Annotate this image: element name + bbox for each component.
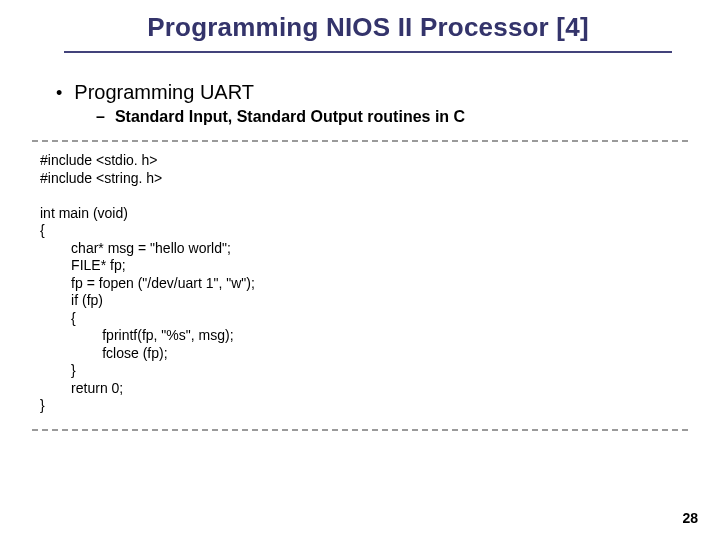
content-area: • Programming UART – Standard Input, Sta…: [0, 53, 720, 126]
dashed-separator-top: [32, 140, 688, 142]
slide: Programming NIOS II Processor [4] • Prog…: [0, 0, 720, 540]
bullet-item: • Programming UART: [56, 81, 664, 104]
code-block: #include <stdio. h> #include <string. h>…: [0, 148, 720, 415]
slide-title: Programming NIOS II Processor [4]: [64, 12, 672, 43]
subbullet-item: – Standard Input, Standard Output routin…: [96, 108, 664, 126]
page-number: 28: [682, 510, 698, 526]
subbullet-text: Standard Input, Standard Output routines…: [115, 108, 465, 126]
bullet-text: Programming UART: [74, 81, 254, 104]
title-container: Programming NIOS II Processor [4]: [64, 0, 672, 53]
subbullet-marker: –: [96, 108, 105, 126]
bullet-marker: •: [56, 84, 62, 102]
dashed-separator-bottom: [32, 429, 688, 431]
